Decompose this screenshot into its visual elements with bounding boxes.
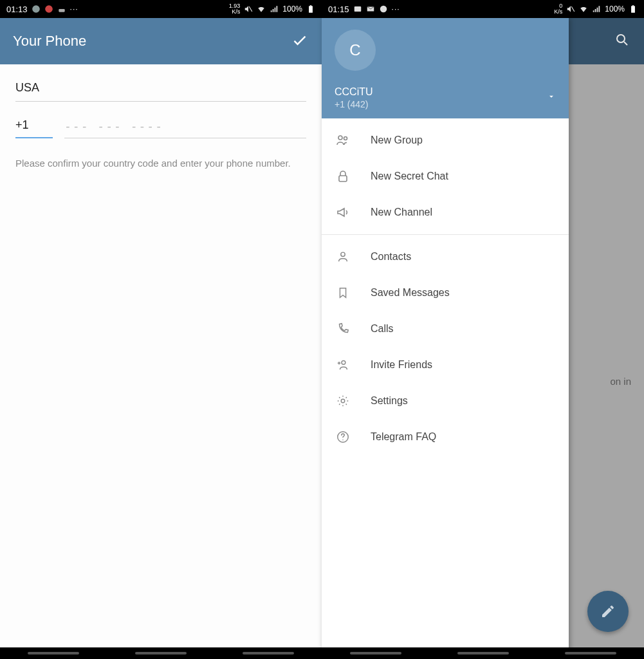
svg-point-19 (341, 399, 345, 403)
nav-recent[interactable] (28, 652, 79, 654)
status-bar: 01:15 ··· 0 K/s 100% (322, 0, 644, 18)
menu-label: Calls (371, 323, 394, 335)
svg-rect-16 (339, 176, 347, 181)
menu-contacts[interactable]: Contacts (322, 239, 569, 275)
phone-number-input[interactable]: --- --- ---- (64, 116, 306, 138)
lock-icon (335, 168, 351, 185)
app-header: Your Phone (0, 18, 322, 64)
country-field[interactable]: USA (15, 76, 306, 102)
hint-text: Please confirm your country code and ent… (15, 156, 306, 171)
menu-invite-friends[interactable]: Invite Friends (322, 347, 569, 383)
person-icon (335, 248, 351, 265)
battery-text: 100% (605, 5, 625, 14)
menu-label: New Channel (371, 207, 432, 218)
menu-divider (322, 234, 569, 235)
main-content: on in C CCCiTU +1 (442) (322, 18, 644, 659)
nav-home[interactable] (457, 652, 509, 654)
account-row[interactable]: CCCiTU +1 (442) (335, 86, 556, 109)
battery-icon (629, 5, 638, 14)
more-icon: ··· (70, 5, 78, 14)
mail-icon (366, 5, 375, 14)
country-code-input[interactable]: +1 (15, 116, 53, 138)
screen-phone-entry: 01:13 ··· 1.93 K/s 100% Your Phone (0, 0, 322, 659)
menu-label: Invite Friends (371, 359, 432, 371)
signal-icon (592, 5, 601, 14)
menu-calls[interactable]: Calls (322, 311, 569, 347)
account-phone: +1 (442) (335, 99, 373, 109)
svg-point-18 (342, 360, 345, 364)
phone-icon (335, 320, 351, 337)
compose-fab[interactable] (587, 591, 629, 632)
android-navbar (0, 647, 322, 659)
more-icon: ··· (392, 5, 400, 14)
app-icon-1 (32, 5, 41, 14)
svg-line-3 (249, 6, 252, 12)
svg-point-17 (341, 252, 345, 256)
app-icon-2 (44, 5, 53, 14)
menu-label: Telegram FAQ (371, 431, 436, 443)
nav-back[interactable] (565, 652, 616, 654)
svg-rect-2 (59, 9, 64, 12)
menu-new-channel[interactable]: New Channel (322, 194, 569, 230)
svg-rect-6 (354, 6, 361, 12)
status-time: 01:15 (328, 5, 349, 14)
svg-point-15 (344, 137, 347, 140)
wifi-icon (257, 5, 266, 14)
confirm-button[interactable] (291, 31, 309, 51)
svg-point-14 (338, 136, 342, 140)
status-bar: 01:13 ··· 1.93 K/s 100% (0, 0, 322, 18)
menu-label: Contacts (371, 251, 411, 263)
drawer-header: C CCCiTU +1 (442) (322, 18, 569, 118)
menu-label: New Group (371, 135, 423, 146)
svg-rect-4 (309, 6, 313, 12)
account-name: CCCiTU (335, 86, 373, 98)
nav-home[interactable] (135, 652, 187, 654)
page-title: Your Phone (13, 33, 86, 50)
drawer-menu: New Group New Secret Chat New Channel (322, 118, 569, 659)
svg-rect-10 (631, 6, 635, 12)
menu-saved-messages[interactable]: Saved Messages (322, 275, 569, 311)
wifi-icon (579, 5, 588, 14)
chevron-down-icon[interactable] (547, 92, 556, 104)
menu-label: Settings (371, 395, 408, 407)
menu-telegram-faq[interactable]: Telegram FAQ (322, 419, 569, 455)
mute-icon (566, 5, 575, 14)
svg-point-12 (617, 35, 625, 42)
help-icon (335, 429, 351, 445)
menu-new-group[interactable]: New Group (322, 122, 569, 158)
chat-icon (379, 5, 388, 14)
search-button[interactable] (614, 32, 630, 50)
nav-back[interactable] (243, 652, 294, 654)
image-icon (353, 5, 362, 14)
menu-label: Saved Messages (371, 287, 450, 299)
phone-form: USA +1 --- --- ---- Please confirm your … (0, 64, 322, 182)
bookmark-icon (335, 284, 351, 301)
svg-line-13 (624, 42, 627, 45)
menu-new-secret-chat[interactable]: New Secret Chat (322, 158, 569, 194)
nav-recent[interactable] (350, 652, 401, 654)
signal-icon (270, 5, 279, 14)
menu-settings[interactable]: Settings (322, 383, 569, 419)
group-icon (335, 132, 351, 149)
megaphone-icon (335, 204, 351, 221)
avatar[interactable]: C (335, 30, 376, 71)
svg-point-0 (32, 5, 40, 13)
net-speed: 0 K/s (554, 3, 562, 15)
menu-label: New Secret Chat (371, 171, 448, 182)
app-icon-3 (57, 5, 66, 14)
svg-point-1 (45, 5, 53, 13)
nav-drawer: C CCCiTU +1 (442) New Group (322, 18, 569, 659)
screen-drawer: 01:15 ··· 0 K/s 100% (322, 0, 644, 659)
battery-icon (306, 5, 315, 14)
battery-text: 100% (282, 5, 302, 14)
gear-icon (335, 393, 351, 409)
mute-icon (244, 5, 253, 14)
status-time: 01:13 (6, 5, 28, 14)
person-add-icon (335, 357, 351, 373)
svg-rect-5 (310, 5, 311, 6)
svg-rect-11 (632, 5, 634, 6)
net-speed: 1.93 K/s (229, 3, 241, 15)
background-text: on in (610, 376, 631, 387)
svg-line-9 (571, 6, 575, 12)
android-navbar (322, 647, 644, 659)
